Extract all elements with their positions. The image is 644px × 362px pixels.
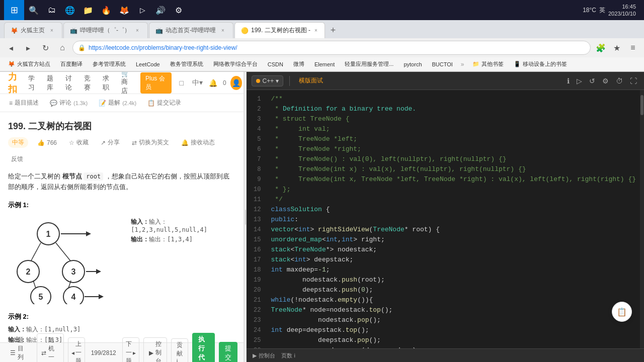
settings-button[interactable]: ⚙ bbox=[600, 76, 611, 86]
collect-button[interactable]: ☆ 收藏 bbox=[66, 137, 92, 148]
bookmark-refs[interactable]: 参考管理系统 bbox=[89, 59, 130, 70]
settings-button[interactable]: ≡ bbox=[626, 41, 640, 55]
bookmark-pytorch[interactable]: pytorch bbox=[399, 59, 426, 70]
next-problem-button[interactable]: 下一题 ▸ bbox=[122, 337, 139, 362]
feedback-button[interactable]: 反馈 bbox=[8, 154, 26, 164]
divider-handle bbox=[245, 210, 246, 225]
console-bottom-icon: ▶ bbox=[253, 352, 257, 359]
bookmark-oteach[interactable]: 网络教学综合平台 bbox=[209, 59, 262, 70]
bookmark-csdn[interactable]: CSDN bbox=[264, 59, 287, 70]
bookmark-firefox[interactable]: 🦊 火狐官方站点 bbox=[4, 59, 54, 70]
scrollbar-right[interactable] bbox=[640, 90, 644, 348]
taskbar-firefox[interactable]: 🦊 bbox=[117, 3, 132, 18]
taskbar-browser[interactable]: 🌐 bbox=[62, 3, 77, 18]
random-problem-button[interactable]: ⇄ 随机一题 bbox=[37, 333, 64, 363]
bookmark-buctoi[interactable]: BUCTOI bbox=[428, 59, 457, 70]
tab-leetcode[interactable]: 🟡 199. 二叉树的右视图 - 力扣（Le... × bbox=[234, 22, 325, 38]
console-tab[interactable]: ▶ 控制台 bbox=[253, 352, 275, 359]
start-button[interactable]: ⊞ bbox=[4, 0, 24, 20]
bookmark-edu[interactable]: 教务管理系统 bbox=[166, 59, 207, 70]
taskbar-folder[interactable]: 📁 bbox=[80, 3, 96, 18]
address-bar[interactable]: 🔒 https://leetcode.cn/problems/binary-tr… bbox=[72, 41, 591, 55]
run-code-button[interactable]: 执行代码 bbox=[192, 333, 215, 363]
like-button[interactable]: 👍 766 bbox=[34, 138, 60, 147]
tab-firefox-home[interactable]: 🦊 火狐主页 × bbox=[4, 22, 62, 38]
temp-display: 18°C bbox=[583, 7, 596, 14]
nav-problems[interactable]: 题库 bbox=[44, 72, 56, 94]
code-line-8: * TreeNode(int x) : val(x), left(nullptr… bbox=[271, 164, 636, 174]
bookmark-cloud[interactable]: 轻量应用服务管理... bbox=[341, 59, 397, 70]
user-avatar[interactable]: 👤 bbox=[230, 76, 242, 90]
tab-bilibili1[interactable]: 📺 哔哩哔哩（゜-゜）つロ 千杯... × bbox=[63, 22, 148, 38]
submit-button[interactable]: 提交 bbox=[219, 342, 237, 363]
bookmark-leetcode[interactable]: LeetCode bbox=[132, 59, 164, 70]
page-count-item[interactable]: 页数 i bbox=[281, 352, 295, 359]
language-selector[interactable]: C++ ▾ bbox=[252, 75, 283, 86]
run-button[interactable]: ▷ bbox=[575, 76, 584, 86]
interview-mode-button[interactable]: 横版面试 bbox=[296, 75, 326, 86]
tab-close-1[interactable]: × bbox=[48, 27, 56, 35]
editor-bottom-bar: ▶ 控制台 页数 i bbox=[247, 348, 644, 362]
bottom-right-actions: ▶ 控制台 贡献 i 执行代码 提交 bbox=[143, 333, 237, 363]
taskbar-app4[interactable]: ⚙ bbox=[171, 3, 186, 18]
bookmark-weibo[interactable]: 微博 bbox=[289, 59, 308, 70]
bookmark-button[interactable]: ★ bbox=[610, 41, 624, 55]
code-content[interactable]: /** * Definition for a binary tree node.… bbox=[267, 90, 640, 348]
info-button[interactable]: ℹ bbox=[565, 76, 572, 86]
problem-list-button[interactable]: ☰ 题目列表 bbox=[6, 334, 33, 363]
nav-jobs[interactable]: 求职 bbox=[100, 72, 112, 94]
forward-button[interactable]: ▸ bbox=[21, 41, 35, 55]
tab-description[interactable]: ≡ 题目描述 bbox=[4, 97, 44, 109]
nav-contest[interactable]: 竞赛 bbox=[81, 72, 94, 94]
tab-close-2[interactable]: × bbox=[133, 27, 141, 35]
editor-toolbar: C++ ▾ 横版面试 ℹ ▷ ↺ ⚙ ⏱ ⛶ bbox=[247, 72, 644, 90]
bookmark-element[interactable]: Element bbox=[310, 59, 339, 70]
lang-dot bbox=[256, 79, 260, 83]
prev-problem-button[interactable]: ◂ 上一题 bbox=[68, 337, 85, 362]
tab-close-4[interactable]: × bbox=[313, 27, 318, 35]
new-tab-button[interactable]: + bbox=[326, 23, 340, 37]
lang-switch-button[interactable]: 中▾ bbox=[191, 76, 203, 90]
notification-button[interactable]: 🔔 bbox=[207, 76, 219, 90]
taskbar-app3[interactable]: 🔊 bbox=[153, 3, 168, 18]
taskbar-search[interactable]: 🔍 bbox=[26, 3, 41, 18]
code-line-2: * Definition for a binary tree node. bbox=[271, 104, 636, 114]
code-line-19: nodestack.push(root); bbox=[271, 275, 636, 285]
tab-submissions[interactable]: 📋 提交记录 bbox=[142, 97, 186, 109]
problem-title: 199. 二叉树的右视图 bbox=[8, 120, 235, 132]
system-tray: 18°C 英 16:45 2023/10/10 bbox=[579, 3, 640, 18]
clock-icon[interactable]: ⏱ bbox=[614, 76, 625, 86]
contribute-button[interactable]: 贡献 i bbox=[171, 338, 188, 363]
back-button[interactable]: ◂ bbox=[4, 41, 18, 55]
bookmark-others[interactable]: 📁 其他书签 bbox=[468, 59, 508, 70]
display-mode-button[interactable]: □ bbox=[176, 76, 187, 90]
share-button[interactable]: ↗ 分享 bbox=[98, 137, 123, 148]
svg-marker-12 bbox=[96, 269, 101, 274]
premium-button[interactable]: Plus 会员 bbox=[140, 72, 172, 94]
extensions-button[interactable]: 🧩 bbox=[594, 41, 608, 55]
taskbar-app1[interactable]: 🔥 bbox=[99, 3, 114, 18]
nav-learn[interactable]: 学习 bbox=[25, 72, 38, 94]
refresh-button[interactable]: ↻ bbox=[38, 41, 52, 55]
nav-discuss[interactable]: 讨论 bbox=[62, 72, 75, 94]
reset-button[interactable]: ↺ bbox=[587, 76, 597, 86]
code-line-10: * }; bbox=[271, 185, 636, 195]
taskbar-files[interactable]: 🗂 bbox=[44, 3, 59, 18]
bookmark-baidu[interactable]: 百度翻译 bbox=[56, 59, 87, 70]
accept-button[interactable]: 🔔 接收动态 bbox=[178, 137, 218, 148]
tab-solutions[interactable]: 📝 题解 (2.4k) bbox=[94, 97, 141, 109]
bookmark-mobile[interactable]: 📱 移动设备上的书签 bbox=[510, 59, 571, 70]
fullscreen-button[interactable]: ⛶ bbox=[628, 76, 639, 86]
tab-close-3[interactable]: × bbox=[219, 27, 227, 35]
tab-bilibili2[interactable]: 📺 动态首页-哔哩哔哩 × bbox=[149, 22, 233, 38]
switch-lang-button[interactable]: ⇄ 切换为英文 bbox=[129, 137, 172, 148]
desc-icon: ≡ bbox=[9, 100, 13, 107]
tab-comments[interactable]: 💬 评论 (1.3k) bbox=[45, 97, 93, 109]
code-line-21: while(!nodestack.empty()){ bbox=[271, 295, 636, 305]
scroll-thumb[interactable] bbox=[640, 95, 643, 115]
home-button[interactable]: ⌂ bbox=[55, 41, 69, 55]
taskbar-app2[interactable]: ▷ bbox=[135, 3, 150, 18]
console-button[interactable]: ▶ 控制台 bbox=[143, 337, 167, 362]
code-editor-body[interactable]: 12345 678910 1112131415 1617181920 21222… bbox=[247, 90, 644, 348]
fab-button[interactable]: 📋 bbox=[612, 302, 632, 322]
